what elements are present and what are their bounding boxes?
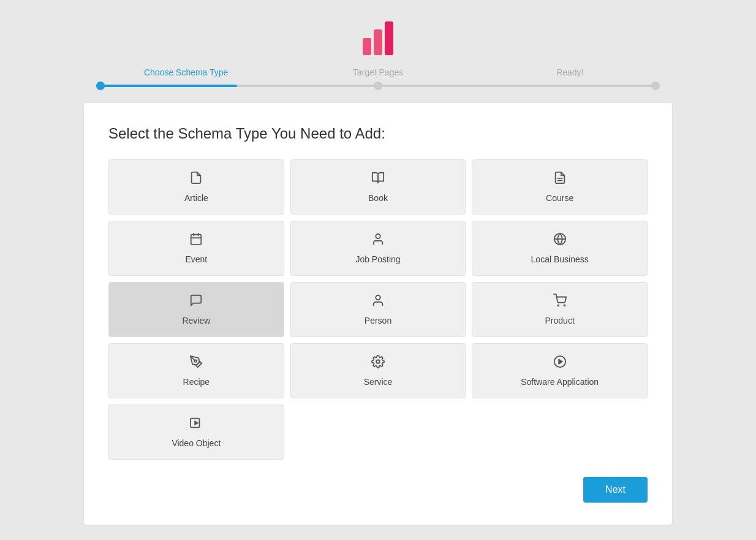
logo-bar-1: [363, 38, 371, 55]
step-label-ready: Ready!: [474, 67, 666, 77]
step-label-target-pages: Target Pages: [282, 67, 474, 77]
article-icon: [189, 171, 203, 187]
step-dot-2: [374, 82, 382, 90]
schema-item-article-label: Article: [184, 193, 208, 203]
step-dots: [96, 82, 660, 90]
svg-point-9: [376, 295, 380, 300]
svg-marker-15: [559, 359, 562, 363]
svg-point-13: [376, 360, 380, 363]
svg-point-12: [195, 360, 197, 362]
svg-point-10: [558, 305, 559, 306]
svg-point-11: [564, 305, 565, 306]
video-object-icon: [189, 416, 203, 432]
main-card: Select the Schema Type You Need to Add: …: [84, 103, 672, 525]
schema-item-service-label: Service: [364, 377, 393, 387]
schema-item-event[interactable]: Event: [108, 221, 284, 276]
logo-bar-2: [374, 29, 382, 55]
review-icon: [189, 294, 203, 310]
schema-item-service[interactable]: Service: [290, 343, 466, 398]
schema-item-course-label: Course: [546, 193, 573, 203]
schema-item-review[interactable]: Review: [108, 282, 284, 337]
logo-bar-3: [385, 21, 393, 55]
schema-item-article[interactable]: Article: [108, 159, 284, 215]
schema-item-book-label: Book: [368, 193, 388, 203]
step-dot-1: [96, 82, 105, 90]
person-icon: [371, 294, 385, 310]
schema-item-product-label: Product: [545, 316, 575, 325]
svg-point-6: [376, 234, 380, 238]
logo: [363, 18, 393, 55]
schema-item-review-label: Review: [182, 316, 210, 325]
schema-item-video-object[interactable]: Video Object: [108, 405, 284, 460]
next-button[interactable]: Next: [583, 477, 648, 503]
schema-item-event-label: Event: [185, 254, 207, 264]
schema-item-course[interactable]: Course: [472, 159, 648, 215]
recipe-icon: [189, 355, 203, 371]
schema-item-video-object-label: Video Object: [172, 438, 221, 448]
schema-item-recipe-label: Recipe: [183, 377, 210, 387]
job-posting-icon: [371, 232, 385, 248]
logo-bars: [363, 18, 393, 55]
card-title: Select the Schema Type You Need to Add:: [108, 125, 648, 142]
schema-item-local-business[interactable]: Local Business: [472, 221, 648, 276]
schema-item-software-application-label: Software Application: [521, 377, 599, 387]
progress-bar: [96, 81, 660, 91]
event-icon: [189, 232, 203, 248]
schema-type-grid: Article Book Course Event: [108, 159, 648, 460]
schema-item-job-posting[interactable]: Job Posting: [290, 221, 466, 276]
course-icon: [553, 171, 567, 187]
schema-item-person-label: Person: [365, 316, 391, 325]
service-icon: [371, 355, 385, 371]
schema-item-job-posting-label: Job Posting: [355, 254, 400, 264]
step-dot-3: [651, 82, 660, 90]
schema-item-product[interactable]: Product: [472, 282, 648, 337]
step-labels: Choose Schema Type Target Pages Ready!: [90, 67, 666, 77]
local-business-icon: [553, 232, 567, 248]
schema-item-person[interactable]: Person: [290, 282, 466, 337]
software-application-icon: [553, 355, 567, 371]
step-label-choose-schema: Choose Schema Type: [90, 67, 282, 77]
bottom-row: Next: [108, 477, 648, 503]
schema-item-local-business-label: Local Business: [531, 254, 589, 264]
svg-marker-17: [195, 421, 198, 425]
wizard-steps: Choose Schema Type Target Pages Ready!: [90, 67, 666, 91]
book-icon: [371, 171, 385, 187]
schema-item-book[interactable]: Book: [290, 159, 466, 215]
schema-item-recipe[interactable]: Recipe: [108, 343, 284, 398]
schema-item-software-application[interactable]: Software Application: [472, 343, 648, 398]
product-icon: [553, 294, 567, 310]
svg-rect-2: [191, 235, 202, 245]
